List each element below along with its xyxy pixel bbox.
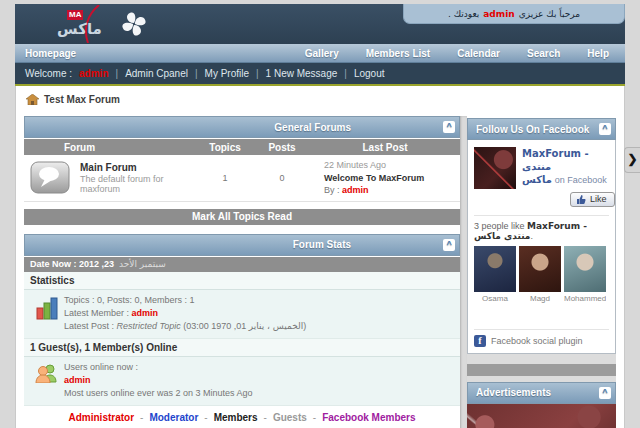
legend-separator: - bbox=[264, 412, 267, 423]
last-post-user-link[interactable]: admin bbox=[342, 185, 369, 195]
like-button[interactable]: Like bbox=[570, 192, 615, 207]
date-bar: Date Now : 2012 ,23 سبتمبر الأحد bbox=[24, 257, 460, 272]
person-name: Magd bbox=[519, 294, 561, 303]
person-osama[interactable]: Osama bbox=[474, 246, 516, 303]
latest-member-link[interactable]: admin bbox=[132, 308, 159, 318]
bubble-username[interactable]: admin bbox=[483, 9, 514, 19]
users-online-label: Users online now : bbox=[64, 361, 253, 374]
collapse-icon[interactable]: ^ bbox=[599, 123, 611, 135]
facebook-f-icon: f bbox=[474, 335, 486, 347]
facebook-page-name-2: ماكس bbox=[522, 174, 552, 185]
column-posts: Posts bbox=[254, 142, 310, 153]
general-forums-header: General Forums ^ bbox=[24, 116, 460, 138]
facebook-plugin-label[interactable]: Facebook social plugin bbox=[491, 336, 583, 346]
person-name: Mohammed bbox=[564, 294, 606, 303]
nav-help[interactable]: Help bbox=[587, 48, 609, 59]
left-column: General Forums ^ Forum Topics Posts Last… bbox=[24, 116, 460, 428]
facebook-widget: MaxForum - منتدى ماكس on Facebook Like bbox=[467, 140, 616, 354]
collapse-icon[interactable]: ^ bbox=[443, 239, 455, 251]
nav-calendar[interactable]: Calendar bbox=[457, 48, 500, 59]
latest-post-arabic: الخميس ، يناير bbox=[249, 321, 304, 331]
most-users-line: Most users online ever was 2 on 3 Minute… bbox=[64, 387, 253, 400]
latest-member-label: Latest Member : bbox=[64, 308, 132, 318]
nav-members-list[interactable]: Members List bbox=[366, 48, 430, 59]
on-facebook-label: on Facebook bbox=[555, 175, 607, 185]
legend-separator: - bbox=[313, 412, 316, 423]
likes-prefix: 3 people like bbox=[474, 221, 527, 231]
legend-members[interactable]: Members bbox=[214, 412, 258, 423]
avatar bbox=[474, 246, 516, 292]
site-logo[interactable]: MA ماكس bbox=[53, 8, 149, 42]
person-mohammed[interactable]: Mohammed bbox=[564, 246, 606, 303]
separator: | bbox=[195, 68, 198, 79]
advertisements-header: Advertisements ^ bbox=[467, 382, 616, 404]
userbar-username-link[interactable]: admin bbox=[79, 68, 108, 79]
likes-line: 3 people like MaxForum - منتدى ماكس. bbox=[474, 221, 609, 241]
facebook-widget-title: Follow Us On Facebook bbox=[468, 124, 589, 135]
mark-all-read-button[interactable]: Mark All Topics Read bbox=[24, 209, 460, 225]
latest-post-close: ) bbox=[303, 321, 306, 331]
column-gutter bbox=[460, 116, 467, 428]
advertisement-banner[interactable]: MaxForum 2.0.0 bbox=[467, 404, 616, 428]
forum-description: The default forum for maxforum bbox=[80, 174, 196, 194]
spacer bbox=[474, 303, 609, 329]
like-label: Like bbox=[590, 194, 607, 204]
facebook-page-name-1: MaxForum - منتدى bbox=[522, 148, 589, 172]
legend-separator: - bbox=[204, 412, 207, 423]
forum-bubble-icon bbox=[30, 161, 70, 194]
forum-cell: Main Forum The default forum for maxforu… bbox=[80, 162, 196, 194]
latest-post-time: (03:00 1970 ,01 bbox=[181, 321, 249, 331]
breadcrumb-title[interactable]: Test Max Forum bbox=[44, 94, 120, 105]
bubble-greeting: مرحباً بك عزيزي bbox=[519, 9, 580, 19]
legend-administrator[interactable]: Administrator bbox=[69, 412, 135, 423]
nav-gallery[interactable]: Gallery bbox=[305, 48, 339, 59]
facebook-page-info: MaxForum - منتدى ماكس on Facebook Like bbox=[522, 147, 615, 207]
bubble-suffix: بعودتك . bbox=[448, 9, 479, 19]
statistics-lines: Topics : 0, Posts: 0, Members : 1 Latest… bbox=[64, 294, 306, 333]
latest-post-title[interactable]: Restricted Topic bbox=[117, 321, 181, 331]
logo-ma-badge: MA bbox=[67, 10, 83, 20]
legend-guests[interactable]: Guests bbox=[273, 412, 307, 423]
link-logout[interactable]: Logout bbox=[354, 68, 385, 79]
online-user-link[interactable]: admin bbox=[64, 374, 253, 387]
forum-stats-header: Forum Stats ^ bbox=[24, 234, 460, 256]
forum-link[interactable]: Main Forum bbox=[80, 162, 196, 173]
link-admin-cpanel[interactable]: Admin Cpanel bbox=[125, 68, 188, 79]
stats-body: Statistics Topi bbox=[24, 272, 460, 406]
nav-search[interactable]: Search bbox=[527, 48, 560, 59]
legend-facebook-members[interactable]: Facebook Members bbox=[322, 412, 415, 423]
logo-text: MA ماكس bbox=[53, 8, 105, 42]
link-my-profile[interactable]: My Profile bbox=[205, 68, 249, 79]
statistics-heading: Statistics bbox=[24, 272, 460, 290]
legend-moderator[interactable]: Moderator bbox=[149, 412, 198, 423]
facebook-page-row: MaxForum - منتدى ماكس on Facebook Like bbox=[474, 147, 609, 207]
welcome-bubble: مرحباً بك عزيزي admin بعودتك . bbox=[403, 4, 625, 24]
collapse-icon[interactable]: ^ bbox=[443, 121, 455, 133]
main-nav: Homepage Gallery Members List Calendar S… bbox=[15, 44, 625, 63]
facebook-page-avatar[interactable] bbox=[474, 147, 516, 189]
online-row: Users online now : admin Most users onli… bbox=[24, 357, 460, 406]
nav-homepage[interactable]: Homepage bbox=[15, 48, 76, 59]
site-header: MA ماكس مرحباً بك عزيزي admin بعودتك . bbox=[15, 4, 625, 44]
mark-all-read-label: Mark All Topics Read bbox=[192, 211, 292, 222]
sidebar-toggle-arrow[interactable]: ❯ bbox=[624, 147, 640, 173]
separator: | bbox=[256, 68, 259, 79]
breadcrumb: Test Max Forum bbox=[26, 94, 616, 105]
link-new-message[interactable]: 1 New Message bbox=[266, 68, 338, 79]
collapse-icon[interactable]: ^ bbox=[599, 387, 611, 399]
last-post-link[interactable]: Welcome To MaxForum bbox=[324, 172, 460, 185]
forum-stats-section: Forum Stats ^ Date Now : 2012 ,23 سبتمبر… bbox=[24, 234, 460, 406]
facebook-page-link[interactable]: MaxForum - منتدى ماكس on Facebook bbox=[522, 147, 615, 187]
date-arabic: سبتمبر الأحد bbox=[119, 259, 166, 269]
facebook-plugin-row: f Facebook social plugin bbox=[474, 329, 609, 347]
group-legend: Administrator-Moderator-Members-Guests-F… bbox=[24, 406, 460, 427]
users-icon bbox=[30, 361, 64, 383]
last-post-by: By : admin bbox=[324, 184, 460, 197]
legend-separator: - bbox=[140, 412, 143, 423]
nav-right-group: Gallery Members List Calendar Search Hel… bbox=[305, 48, 625, 59]
person-magd[interactable]: Magd bbox=[519, 246, 561, 303]
avatar bbox=[564, 246, 606, 292]
online-lines: Users online now : admin Most users onli… bbox=[64, 361, 253, 400]
content-card: Test Max Forum General Forums ^ Forum To… bbox=[15, 86, 625, 428]
by-label: By : bbox=[324, 185, 340, 195]
